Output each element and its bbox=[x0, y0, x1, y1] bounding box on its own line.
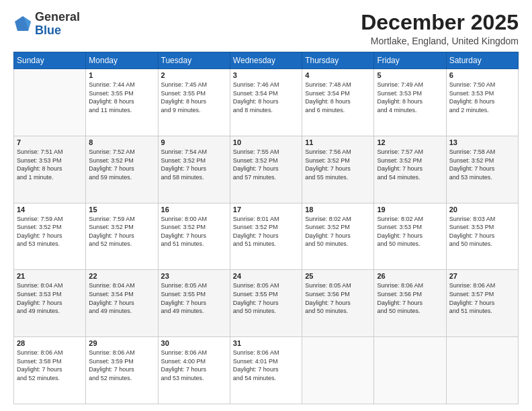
day-number: 25 bbox=[305, 272, 371, 280]
calendar-week-row: 28Sunrise: 8:06 AMSunset: 3:58 PMDayligh… bbox=[14, 337, 519, 404]
day-info: Sunrise: 8:05 AMSunset: 3:55 PMDaylight:… bbox=[161, 281, 227, 315]
day-info: Sunrise: 7:44 AMSunset: 3:55 PMDaylight:… bbox=[89, 81, 154, 114]
day-number: 23 bbox=[161, 272, 227, 280]
day-number: 6 bbox=[449, 71, 515, 79]
day-number: 22 bbox=[89, 272, 154, 280]
calendar-cell: 20Sunrise: 8:03 AMSunset: 3:53 PMDayligh… bbox=[446, 203, 518, 270]
weekday-header-monday: Monday bbox=[86, 52, 158, 69]
day-number: 14 bbox=[17, 205, 83, 214]
calendar-cell: 16Sunrise: 8:00 AMSunset: 3:52 PMDayligh… bbox=[158, 203, 230, 270]
day-info: Sunrise: 8:06 AMSunset: 3:56 PMDaylight:… bbox=[377, 281, 443, 315]
day-number: 19 bbox=[377, 205, 443, 214]
logo-icon bbox=[13, 15, 32, 34]
calendar-cell bbox=[446, 337, 518, 404]
logo: General Blue bbox=[13, 11, 80, 38]
calendar-cell: 27Sunrise: 8:06 AMSunset: 3:57 PMDayligh… bbox=[446, 270, 518, 337]
day-info: Sunrise: 8:04 AMSunset: 3:53 PMDaylight:… bbox=[17, 281, 83, 315]
logo-text: General Blue bbox=[35, 11, 80, 38]
day-info: Sunrise: 7:48 AMSunset: 3:54 PMDaylight:… bbox=[305, 81, 371, 114]
day-info: Sunrise: 8:06 AMSunset: 3:57 PMDaylight:… bbox=[449, 281, 515, 315]
day-number: 20 bbox=[449, 205, 515, 214]
day-number: 9 bbox=[161, 138, 227, 146]
day-number: 29 bbox=[89, 339, 154, 347]
day-info: Sunrise: 7:51 AMSunset: 3:53 PMDaylight:… bbox=[17, 148, 83, 181]
weekday-header-sunday: Sunday bbox=[14, 52, 86, 69]
day-number: 30 bbox=[161, 339, 227, 347]
calendar-cell: 18Sunrise: 8:02 AMSunset: 3:52 PMDayligh… bbox=[302, 203, 374, 270]
day-info: Sunrise: 7:45 AMSunset: 3:55 PMDaylight:… bbox=[161, 81, 227, 114]
day-info: Sunrise: 8:03 AMSunset: 3:53 PMDaylight:… bbox=[449, 215, 515, 248]
day-number: 4 bbox=[305, 71, 371, 79]
calendar-week-row: 7Sunrise: 7:51 AMSunset: 3:53 PMDaylight… bbox=[14, 136, 519, 203]
header: General Blue December 2025 Mortlake, Eng… bbox=[13, 11, 519, 46]
day-info: Sunrise: 7:59 AMSunset: 3:52 PMDaylight:… bbox=[17, 215, 83, 248]
day-info: Sunrise: 7:52 AMSunset: 3:52 PMDaylight:… bbox=[89, 148, 154, 181]
day-number: 21 bbox=[17, 272, 83, 280]
day-info: Sunrise: 8:06 AMSunset: 3:59 PMDaylight:… bbox=[89, 349, 154, 382]
calendar-cell: 31Sunrise: 8:06 AMSunset: 4:01 PMDayligh… bbox=[230, 337, 302, 404]
calendar-cell: 19Sunrise: 8:02 AMSunset: 3:53 PMDayligh… bbox=[374, 203, 446, 270]
day-info: Sunrise: 8:02 AMSunset: 3:52 PMDaylight:… bbox=[305, 215, 371, 248]
calendar-cell: 8Sunrise: 7:52 AMSunset: 3:52 PMDaylight… bbox=[86, 136, 158, 203]
calendar-week-row: 1Sunrise: 7:44 AMSunset: 3:55 PMDaylight… bbox=[14, 69, 519, 136]
day-number: 7 bbox=[17, 138, 83, 146]
title-block: December 2025 Mortlake, England, United … bbox=[361, 11, 519, 46]
day-number: 28 bbox=[17, 339, 83, 347]
weekday-header-tuesday: Tuesday bbox=[158, 52, 230, 69]
calendar-cell: 28Sunrise: 8:06 AMSunset: 3:58 PMDayligh… bbox=[14, 337, 86, 404]
day-number: 16 bbox=[161, 205, 227, 214]
day-number: 27 bbox=[449, 272, 515, 280]
calendar-cell: 9Sunrise: 7:54 AMSunset: 3:52 PMDaylight… bbox=[158, 136, 230, 203]
day-number: 13 bbox=[449, 138, 515, 146]
day-number: 1 bbox=[89, 71, 154, 79]
calendar-cell bbox=[374, 337, 446, 404]
day-info: Sunrise: 7:54 AMSunset: 3:52 PMDaylight:… bbox=[161, 148, 227, 181]
calendar-cell bbox=[302, 337, 374, 404]
calendar-cell: 3Sunrise: 7:46 AMSunset: 3:54 PMDaylight… bbox=[230, 69, 302, 136]
page: General Blue December 2025 Mortlake, Eng… bbox=[0, 0, 532, 411]
calendar-cell: 6Sunrise: 7:50 AMSunset: 3:53 PMDaylight… bbox=[446, 69, 518, 136]
day-number: 18 bbox=[305, 205, 371, 214]
calendar-week-row: 14Sunrise: 7:59 AMSunset: 3:52 PMDayligh… bbox=[14, 203, 519, 270]
day-info: Sunrise: 8:05 AMSunset: 3:55 PMDaylight:… bbox=[233, 281, 299, 315]
day-info: Sunrise: 8:00 AMSunset: 3:52 PMDaylight:… bbox=[161, 215, 227, 248]
day-number: 17 bbox=[233, 205, 299, 214]
month-title: December 2025 bbox=[361, 11, 519, 34]
day-number: 5 bbox=[377, 71, 443, 79]
weekday-header-saturday: Saturday bbox=[446, 52, 518, 69]
weekday-header-wednesday: Wednesday bbox=[230, 52, 302, 69]
location-subtitle: Mortlake, England, United Kingdom bbox=[361, 36, 519, 46]
calendar-cell: 23Sunrise: 8:05 AMSunset: 3:55 PMDayligh… bbox=[158, 270, 230, 337]
weekday-header-row: SundayMondayTuesdayWednesdayThursdayFrid… bbox=[14, 52, 519, 69]
day-number: 8 bbox=[89, 138, 154, 146]
calendar-cell: 2Sunrise: 7:45 AMSunset: 3:55 PMDaylight… bbox=[158, 69, 230, 136]
day-info: Sunrise: 7:58 AMSunset: 3:52 PMDaylight:… bbox=[449, 148, 515, 181]
day-number: 15 bbox=[89, 205, 154, 214]
day-number: 10 bbox=[233, 138, 299, 146]
calendar-cell: 17Sunrise: 8:01 AMSunset: 3:52 PMDayligh… bbox=[230, 203, 302, 270]
logo-general: General bbox=[35, 10, 80, 24]
day-info: Sunrise: 8:06 AMSunset: 3:58 PMDaylight:… bbox=[17, 349, 83, 382]
calendar-cell: 26Sunrise: 8:06 AMSunset: 3:56 PMDayligh… bbox=[374, 270, 446, 337]
day-number: 31 bbox=[233, 339, 299, 347]
calendar-cell: 4Sunrise: 7:48 AMSunset: 3:54 PMDaylight… bbox=[302, 69, 374, 136]
calendar-table: SundayMondayTuesdayWednesdayThursdayFrid… bbox=[13, 52, 519, 404]
day-info: Sunrise: 7:50 AMSunset: 3:53 PMDaylight:… bbox=[449, 81, 515, 114]
day-info: Sunrise: 8:01 AMSunset: 3:52 PMDaylight:… bbox=[233, 215, 299, 248]
weekday-header-friday: Friday bbox=[374, 52, 446, 69]
day-info: Sunrise: 7:46 AMSunset: 3:54 PMDaylight:… bbox=[233, 81, 299, 114]
calendar-cell: 14Sunrise: 7:59 AMSunset: 3:52 PMDayligh… bbox=[14, 203, 86, 270]
calendar-cell: 15Sunrise: 7:59 AMSunset: 3:52 PMDayligh… bbox=[86, 203, 158, 270]
calendar-cell: 1Sunrise: 7:44 AMSunset: 3:55 PMDaylight… bbox=[86, 69, 158, 136]
day-number: 3 bbox=[233, 71, 299, 79]
calendar-cell: 12Sunrise: 7:57 AMSunset: 3:52 PMDayligh… bbox=[374, 136, 446, 203]
calendar-cell: 29Sunrise: 8:06 AMSunset: 3:59 PMDayligh… bbox=[86, 337, 158, 404]
calendar-cell: 25Sunrise: 8:05 AMSunset: 3:56 PMDayligh… bbox=[302, 270, 374, 337]
calendar-cell: 7Sunrise: 7:51 AMSunset: 3:53 PMDaylight… bbox=[14, 136, 86, 203]
day-info: Sunrise: 8:06 AMSunset: 4:00 PMDaylight:… bbox=[161, 349, 227, 382]
calendar-cell: 21Sunrise: 8:04 AMSunset: 3:53 PMDayligh… bbox=[14, 270, 86, 337]
calendar-cell bbox=[14, 69, 86, 136]
calendar-cell: 10Sunrise: 7:55 AMSunset: 3:52 PMDayligh… bbox=[230, 136, 302, 203]
day-info: Sunrise: 7:49 AMSunset: 3:53 PMDaylight:… bbox=[377, 81, 443, 114]
day-info: Sunrise: 8:04 AMSunset: 3:54 PMDaylight:… bbox=[89, 281, 154, 315]
